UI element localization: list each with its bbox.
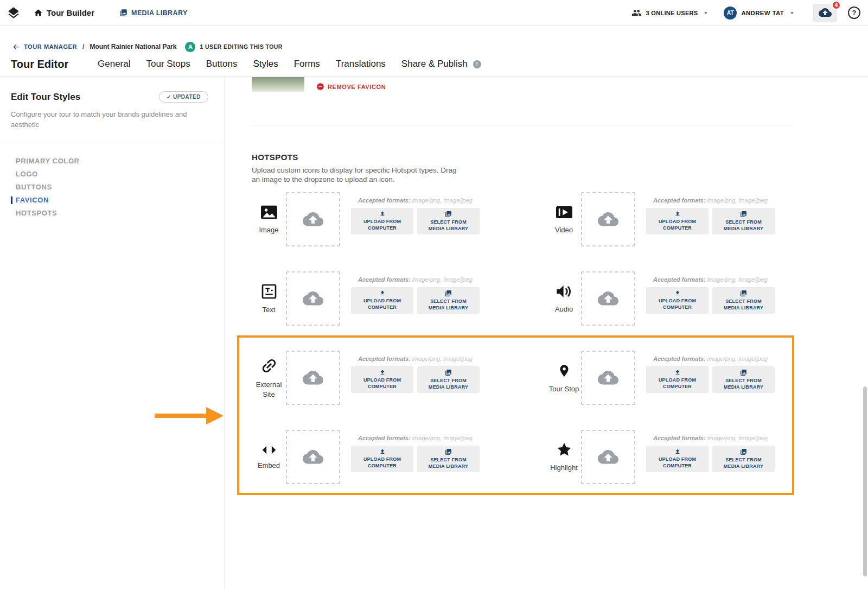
tour-name: Mount Rainier National Park xyxy=(90,43,176,50)
tab-tour-stops[interactable]: Tour Stops xyxy=(146,59,190,69)
upload-icon xyxy=(379,448,386,455)
remove-favicon-button[interactable]: REMOVE FAVICON xyxy=(316,83,386,91)
select-from-media-library-button[interactable]: SELECT FROM MEDIA LIBRARY xyxy=(417,366,480,393)
online-users-icon xyxy=(631,8,642,18)
question-mark-icon: ? xyxy=(852,9,857,17)
upload-icon xyxy=(674,211,681,217)
upload-cloud-icon xyxy=(598,371,618,385)
upload-from-computer-button[interactable]: UPLOAD FROM COMPUTER xyxy=(646,366,709,393)
styles-sidebar: Edit Tour Styles ✓ UPDATED Configure you… xyxy=(0,77,225,590)
tabs: General Tour Stops Buttons Styles Forms … xyxy=(98,59,468,69)
upload-from-computer-button[interactable]: UPLOAD FROM COMPUTER xyxy=(646,208,709,234)
audio-icon xyxy=(555,283,573,300)
select-from-media-library-button[interactable]: SELECT FROM MEDIA LIBRARY xyxy=(712,366,775,393)
vertical-scrollbar[interactable] xyxy=(863,386,867,576)
hotspot-type-label: External Site xyxy=(252,380,286,399)
tab-buttons[interactable]: Buttons xyxy=(206,59,238,69)
highlight-icon-dropzone[interactable] xyxy=(581,430,635,484)
tab-share-publish[interactable]: Share & Publish xyxy=(401,59,468,69)
updated-badge: ✓ UPDATED xyxy=(159,91,208,103)
select-from-media-library-button[interactable]: SELECT FROM MEDIA LIBRARY xyxy=(712,208,775,234)
select-from-media-library-button[interactable]: SELECT FROM MEDIA LIBRARY xyxy=(417,287,480,314)
hotspot-cell-highlight: Highlight Accepted formats: image/png, i… xyxy=(547,430,775,484)
upload-icon xyxy=(379,211,386,217)
accepted-formats: Accepted formats: image/png, image/jpeg xyxy=(646,356,775,362)
upload-cloud-icon xyxy=(598,291,618,306)
brand-label: Tour Builder xyxy=(47,8,94,17)
home-icon xyxy=(34,8,43,17)
text-icon-dropzone[interactable] xyxy=(286,271,340,326)
upload-icon xyxy=(674,369,681,376)
media-library-icon xyxy=(740,211,747,218)
upload-from-computer-button[interactable]: UPLOAD FROM COMPUTER xyxy=(351,366,413,393)
external-site-icon-dropzone[interactable] xyxy=(286,351,340,405)
upload-from-computer-button[interactable]: UPLOAD FROM COMPUTER xyxy=(351,446,413,472)
back-to-tour-manager-link[interactable]: TOUR MANAGER xyxy=(12,43,77,51)
content-area: Edit Tour Styles ✓ UPDATED Configure you… xyxy=(0,77,868,590)
media-library-label: MEDIA LIBRARY xyxy=(131,9,188,17)
tab-forms[interactable]: Forms xyxy=(294,59,320,69)
select-from-media-library-button[interactable]: SELECT FROM MEDIA LIBRARY xyxy=(712,446,775,472)
accepted-formats: Accepted formats: image/png, image/jpeg xyxy=(351,435,480,441)
app-logo-layers-icon[interactable] xyxy=(7,6,21,20)
select-from-media-library-button[interactable]: SELECT FROM MEDIA LIBRARY xyxy=(417,208,480,234)
hotspot-type-label: Video xyxy=(555,225,573,235)
image-icon-dropzone[interactable] xyxy=(286,192,340,246)
upload-cloud-icon xyxy=(303,212,323,227)
remove-circle-icon xyxy=(316,83,324,91)
notification-badge: 4 xyxy=(832,1,841,10)
video-icon-dropzone[interactable] xyxy=(581,192,635,246)
help-button[interactable]: ? xyxy=(848,7,860,19)
hotspot-row: Image Accepted formats: image/png, image… xyxy=(252,192,868,246)
hotspot-row: Text Accepted formats: image/png, image/… xyxy=(252,271,868,326)
audio-icon-dropzone[interactable] xyxy=(581,271,635,326)
user-menu[interactable]: AT ANDREW TAT xyxy=(724,7,796,20)
upload-from-computer-button[interactable]: UPLOAD FROM COMPUTER xyxy=(351,287,413,314)
hotspot-row: Embed Accepted formats: image/png, image… xyxy=(252,430,868,484)
upload-from-computer-button[interactable]: UPLOAD FROM COMPUTER xyxy=(646,287,709,314)
upload-cloud-icon xyxy=(598,212,618,227)
hotspot-row: External Site Accepted formats: image/pn… xyxy=(252,351,868,405)
hotspot-cell-audio: Audio Accepted formats: image/png, image… xyxy=(547,271,775,326)
upload-cloud-icon xyxy=(303,291,323,306)
upload-from-computer-button[interactable]: UPLOAD FROM COMPUTER xyxy=(351,208,413,234)
tour-stop-icon-dropzone[interactable] xyxy=(581,351,635,405)
sidebar-divider xyxy=(0,143,225,143)
hotspot-type-label: Text xyxy=(263,305,276,315)
tab-styles[interactable]: Styles xyxy=(253,59,278,69)
tab-general[interactable]: General xyxy=(98,59,130,69)
accepted-formats: Accepted formats: image/png, image/jpeg xyxy=(351,276,480,283)
cloud-sync-button[interactable]: 4 xyxy=(813,4,837,22)
hotspot-type-label: Image xyxy=(259,225,278,235)
media-library-link[interactable]: MEDIA LIBRARY xyxy=(119,9,188,17)
hotspots-description: Upload custom icons to display for speci… xyxy=(252,166,466,184)
select-from-media-library-button[interactable]: SELECT FROM MEDIA LIBRARY xyxy=(712,287,775,314)
sidebar-item-favicon[interactable]: FAVICON xyxy=(16,196,208,204)
media-library-icon xyxy=(445,290,452,297)
accepted-formats: Accepted formats: image/png, image/jpeg xyxy=(646,276,775,283)
star-icon xyxy=(556,442,573,458)
sidebar-item-primary-color[interactable]: PRIMARY COLOR xyxy=(16,157,208,165)
sidebar-item-logo[interactable]: LOGO xyxy=(16,170,208,178)
info-icon[interactable]: ! xyxy=(473,60,481,68)
top-navbar: Tour Builder MEDIA LIBRARY 3 ONLINE USER… xyxy=(0,0,868,26)
check-icon: ✓ xyxy=(167,94,171,100)
media-library-icon xyxy=(740,369,747,376)
select-from-media-library-button[interactable]: SELECT FROM MEDIA LIBRARY xyxy=(417,446,480,472)
sidebar-item-buttons[interactable]: BUTTONS xyxy=(16,183,208,191)
hotspot-type-label: Highlight xyxy=(550,463,578,473)
embed-icon-dropzone[interactable] xyxy=(286,430,340,484)
tour-builder-home-link[interactable]: Tour Builder xyxy=(34,8,94,17)
cloud-upload-icon xyxy=(819,8,832,17)
editing-user-avatar: A xyxy=(185,42,195,52)
favicon-section: REMOVE FAVICON xyxy=(252,77,868,92)
sidebar-title: Edit Tour Styles xyxy=(11,92,80,103)
tab-translations[interactable]: Translations xyxy=(336,59,386,69)
sidebar-item-hotspots[interactable]: HOTSPOTS xyxy=(16,210,208,217)
media-library-icon xyxy=(445,448,452,455)
media-library-icon xyxy=(740,448,747,455)
video-icon xyxy=(555,204,573,220)
online-users-menu[interactable]: 3 ONLINE USERS xyxy=(626,8,724,18)
upload-from-computer-button[interactable]: UPLOAD FROM COMPUTER xyxy=(646,446,709,472)
map-pin-icon xyxy=(557,362,571,379)
